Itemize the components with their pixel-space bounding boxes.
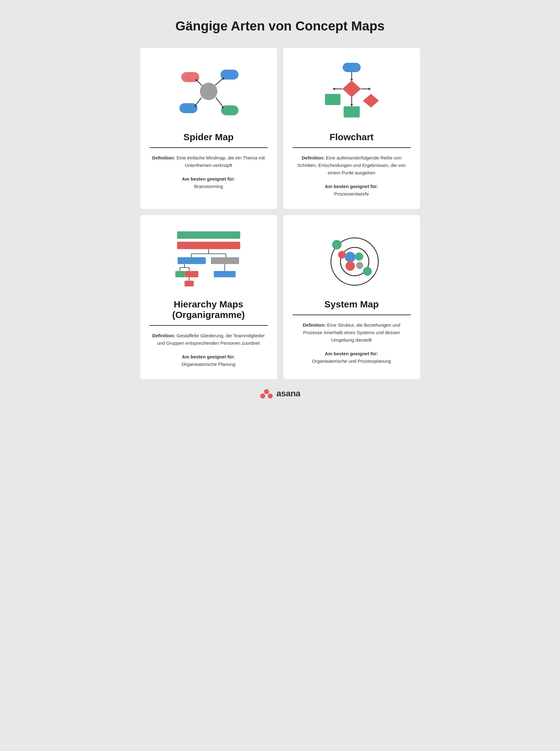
def-text-spider: Eine einfache Mindmap, die ein Thema mit… [177, 155, 265, 168]
svg-rect-13 [343, 63, 361, 72]
svg-rect-38 [175, 271, 185, 277]
svg-point-55 [268, 393, 273, 399]
svg-point-47 [345, 252, 355, 262]
svg-rect-25 [344, 106, 360, 118]
footer: asana [140, 379, 420, 405]
card-title-hierarchy: Hierarchy Maps (Organigramme) [149, 299, 268, 320]
divider-hierarchy [149, 325, 268, 326]
svg-point-48 [355, 252, 363, 261]
page-title: Gängige Arten von Concept Maps [140, 13, 420, 37]
card-flowchart: Flowchart Definition: Eine aufeinander­f… [283, 48, 420, 209]
asana-logo: asana [260, 389, 300, 399]
best-for-text-flowchart: Prozessentwürfe [334, 191, 369, 197]
best-for-text-spider: Brainstorming [194, 184, 223, 189]
svg-rect-43 [184, 281, 194, 286]
def-label-system: Definition: [303, 322, 326, 328]
svg-line-11 [216, 98, 224, 107]
spider-map-svg [175, 60, 243, 122]
card-body-spider: Definition: Eine einfache Mindmap, die e… [149, 154, 268, 190]
svg-rect-27 [177, 242, 240, 249]
system-illustration [293, 224, 411, 293]
svg-point-53 [264, 389, 269, 394]
flowchart-illustration [293, 57, 411, 126]
best-for-label-spider: Am besten geeignet für: [182, 176, 235, 182]
def-label-flowchart: Definition: [302, 155, 325, 160]
asana-brand-text: asana [276, 389, 300, 399]
svg-point-50 [356, 262, 363, 269]
asana-logo-icon [260, 389, 273, 399]
card-system: System Map Definition: Eine Struktur, di… [283, 215, 420, 379]
svg-rect-26 [177, 231, 240, 239]
card-body-hierarchy: Definition: Gestaffelte Gliederung, die … [149, 332, 268, 368]
hierarchy-illustration [149, 224, 268, 293]
svg-rect-32 [178, 257, 205, 264]
best-for-label-flowchart: Am besten geeignet für: [325, 184, 378, 189]
best-for-label-hierarchy: Am besten geeignet für: [182, 354, 235, 359]
svg-point-52 [363, 267, 372, 276]
svg-rect-41 [214, 271, 235, 277]
card-title-spider: Spider Map [183, 132, 234, 142]
hierarchy-svg [171, 227, 246, 290]
best-for-text-hierarchy: Organisatorische Planung [182, 362, 235, 367]
card-body-flowchart: Definition: Eine aufeinander­folgende Re… [293, 154, 411, 198]
svg-rect-39 [185, 271, 198, 277]
card-spider-map: Spider Map Definition: Eine einfache Min… [140, 48, 277, 209]
cards-grid: Spider Map Definition: Eine einfache Min… [140, 48, 420, 379]
svg-line-9 [195, 98, 201, 106]
svg-point-49 [345, 261, 355, 271]
svg-point-51 [338, 251, 346, 259]
spider-map-illustration [149, 57, 268, 126]
svg-marker-24 [363, 94, 379, 107]
card-hierarchy: Hierarchy Maps (Organigramme) Definition… [140, 215, 277, 379]
divider-system [293, 314, 411, 315]
system-svg [321, 227, 383, 290]
page-container: Gängige Arten von Concept Maps [140, 13, 420, 405]
svg-marker-22 [351, 104, 353, 107]
best-for-label-system: Am besten geeignet für: [325, 351, 378, 356]
flowchart-svg [321, 60, 383, 122]
card-body-system: Definition: Eine Struktur, die Beziehung… [293, 321, 411, 365]
svg-marker-16 [342, 81, 361, 97]
svg-rect-3 [179, 103, 197, 113]
def-label-spider: Definition: [152, 155, 175, 160]
card-title-flowchart: Flowchart [329, 132, 374, 142]
svg-marker-20 [368, 88, 371, 90]
svg-marker-18 [333, 88, 335, 90]
best-for-text-system: Organisatorische und Prozessplanung [312, 359, 391, 364]
divider-flowchart [293, 147, 411, 148]
svg-point-54 [260, 393, 265, 399]
svg-point-0 [200, 83, 217, 100]
card-title-system: System Map [324, 299, 379, 310]
svg-point-46 [332, 240, 341, 249]
svg-rect-33 [211, 257, 239, 264]
def-label-hierarchy: Definition: [152, 333, 175, 338]
svg-rect-4 [221, 105, 239, 115]
svg-rect-23 [325, 94, 340, 105]
divider-spider [149, 147, 268, 148]
